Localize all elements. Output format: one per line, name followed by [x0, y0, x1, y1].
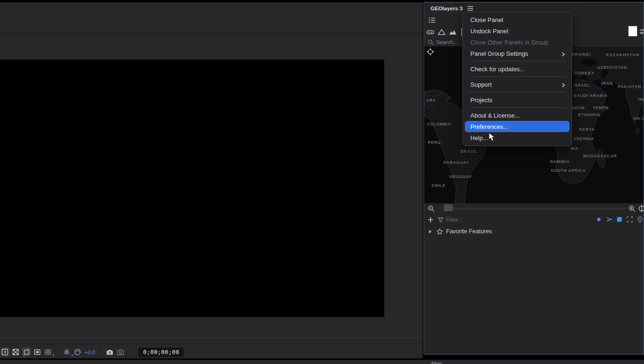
- mountains-icon[interactable]: [449, 28, 457, 36]
- toolbar-separator: [57, 348, 58, 357]
- background-color-swatch[interactable]: [628, 26, 637, 37]
- map-label: MADAGASCAR: [583, 154, 617, 158]
- point-icon[interactable]: [595, 216, 602, 223]
- menu-separator: [468, 107, 566, 108]
- channel-select-icon: [63, 349, 70, 356]
- safe-zones-icon[interactable]: [33, 348, 42, 357]
- star-icon: [436, 228, 443, 235]
- locate-crosshair-icon[interactable]: [426, 48, 434, 56]
- geolayers-toolbar: [426, 26, 468, 38]
- tab-geolayers[interactable]: GEOlayers 3: [431, 6, 462, 11]
- panel-divider: [0, 33, 423, 34]
- map-label: ISRAEL: [574, 83, 590, 88]
- panel-menu-icon[interactable]: [467, 5, 474, 12]
- map-label: CHILE: [432, 183, 446, 188]
- map-label: URUGUAY: [449, 174, 472, 179]
- toolbar-separator: [130, 348, 130, 357]
- search-placeholder: Search...: [436, 39, 458, 45]
- zoom-slider-handle[interactable]: [444, 204, 453, 211]
- add-icon[interactable]: [427, 216, 434, 223]
- filter-placeholder[interactable]: Filter...: [446, 217, 462, 223]
- menu-item-undock-panel[interactable]: Undock Panel: [465, 25, 570, 37]
- mouse-cursor: [489, 132, 498, 142]
- timecode[interactable]: 0;00;00;00: [139, 348, 184, 357]
- map-zoom-bar: [424, 203, 644, 214]
- square-icon[interactable]: [616, 216, 623, 223]
- map-label: KENYA: [579, 127, 595, 132]
- menu-item-about-license[interactable]: About & License...: [465, 110, 570, 121]
- sliders-icon[interactable]: [639, 28, 644, 35]
- show-snapshot-icon: [117, 349, 124, 356]
- menu-separator: [468, 76, 566, 77]
- map-label: ANZANIA: [573, 136, 594, 141]
- bottom-panel-strip: Align: [0, 360, 644, 364]
- filter-bar: Filter...: [424, 214, 644, 226]
- map-label: KRAINE): [571, 52, 591, 57]
- menu-item-close-other-panels-in-group: Close Other Panels in Group: [465, 37, 570, 48]
- map-label: SAUDI ARABIA: [574, 93, 607, 98]
- map-label: IND: [638, 97, 644, 102]
- map-label: TURKEY: [575, 70, 595, 75]
- map-label: UDAN,: [572, 105, 586, 110]
- menu-item-close-panel[interactable]: Close Panel: [465, 14, 570, 25]
- map-label: PERU: [428, 140, 440, 145]
- snapshot-icon: [106, 349, 113, 356]
- map-label: UZBEKISTAN: [597, 65, 627, 70]
- map-label: COLOMBIA: [427, 122, 451, 126]
- guides-options-icon: [44, 349, 51, 356]
- guides-options-icon[interactable]: ▾: [44, 348, 52, 357]
- compass-icon[interactable]: [638, 205, 644, 212]
- search-field[interactable]: Search...: [428, 37, 458, 47]
- always-preview-icon: [1, 349, 8, 356]
- menu-item-check-for-updates[interactable]: Check for updates...: [465, 63, 570, 74]
- mountain-outline-icon[interactable]: [438, 28, 446, 36]
- composition-panel: ▾▾+0,00;00;00;00: [0, 2, 423, 358]
- dropdown-caret-icon: ▾: [52, 354, 54, 357]
- exposure-reset-icon[interactable]: [73, 348, 82, 357]
- map-label: BIA: [571, 146, 578, 151]
- map-label: PARAGUAY: [444, 160, 469, 165]
- panel-context-menu: Close PanelUndock PanelClose Other Panel…: [462, 12, 572, 146]
- always-preview-icon[interactable]: [0, 348, 9, 357]
- disclosure-icon[interactable]: [429, 230, 432, 234]
- exposure-reset-icon: [74, 349, 81, 356]
- panel-divider: [0, 343, 423, 344]
- favorites-label: Favorite Features: [446, 228, 492, 235]
- menu-item-panel-group-settings[interactable]: Panel Group Settings: [465, 48, 570, 59]
- safe-zones-icon: [34, 349, 41, 356]
- map-label: YEMEN: [593, 105, 608, 110]
- map-label: BRAZIL: [461, 149, 478, 154]
- zoom-slider-track[interactable]: [445, 208, 626, 210]
- arrow-icon[interactable]: [606, 216, 613, 223]
- show-snapshot-icon[interactable]: [116, 348, 125, 357]
- composition-toolbar: ▾▾+0,00;00;00;00: [0, 346, 423, 358]
- menu-item-support[interactable]: Support: [465, 79, 570, 90]
- map-label: NAMIBIA: [550, 159, 570, 164]
- menu-item-preferences[interactable]: Preferences...: [465, 121, 570, 132]
- region-of-interest-icon[interactable]: [22, 348, 31, 357]
- exposure-value[interactable]: +0,0: [85, 349, 95, 355]
- zoom-out-icon[interactable]: [428, 205, 435, 212]
- channel-select-icon[interactable]: ▾: [62, 348, 71, 357]
- transparency-grid-icon[interactable]: [11, 348, 20, 357]
- poi-icon[interactable]: [637, 216, 644, 223]
- zoom-in-icon[interactable]: [629, 205, 636, 212]
- layer-list-icon[interactable]: [428, 16, 436, 24]
- map-label: SRI L: [633, 116, 644, 121]
- toolbar-separator: [100, 348, 101, 357]
- submenu-arrow-icon: [562, 82, 565, 87]
- filter-icon: [438, 217, 444, 223]
- map-label: ETHIOPIA: [578, 112, 600, 117]
- favorite-features-row[interactable]: Favorite Features: [424, 226, 644, 237]
- menu-separator: [468, 92, 566, 92]
- menu-separator: [468, 61, 566, 61]
- map-label: IRAN: [601, 81, 613, 86]
- submenu-arrow-icon: [562, 51, 565, 56]
- snapshot-icon[interactable]: [105, 348, 114, 357]
- menu-item-projects[interactable]: Projects: [465, 94, 570, 105]
- region-of-interest-icon: [23, 349, 30, 356]
- tab-align[interactable]: Align: [431, 361, 442, 364]
- extent-icon[interactable]: [626, 216, 633, 223]
- menu-item-help[interactable]: Help...: [465, 132, 570, 143]
- goggles-icon[interactable]: [426, 28, 434, 36]
